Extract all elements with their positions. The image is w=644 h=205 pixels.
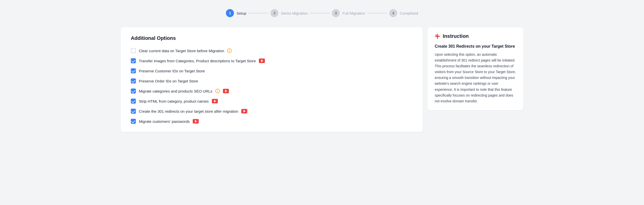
options-panel: Additional Options Clear current data on… bbox=[121, 27, 423, 132]
step-connector-2 bbox=[310, 13, 330, 13]
checkbox-passwords[interactable] bbox=[131, 119, 136, 124]
checkbox-strip-html[interactable] bbox=[131, 99, 136, 104]
step-3-circle: 3 bbox=[332, 9, 340, 17]
step-4[interactable]: 4 Completed bbox=[389, 9, 418, 17]
list-item: Preserve Customer IDs on Target Store bbox=[131, 68, 413, 73]
step-1-circle: 1 bbox=[226, 9, 234, 17]
list-item: Migrate categories and products SEO URLs… bbox=[131, 89, 413, 94]
option-label-passwords: Migrate customers' passwords bbox=[139, 119, 190, 124]
video-icon-images[interactable] bbox=[259, 58, 265, 63]
option-label-images: Transfer images from Categories, Product… bbox=[139, 59, 256, 63]
step-1[interactable]: 1 Setup bbox=[226, 9, 246, 17]
svg-rect-2 bbox=[436, 35, 437, 36]
info-icon-seo[interactable]: i bbox=[215, 89, 220, 93]
checkbox-customer-ids[interactable] bbox=[131, 68, 136, 73]
step-4-circle: 4 bbox=[389, 9, 397, 17]
checkbox-redirects[interactable] bbox=[131, 109, 136, 114]
instruction-card: Instruction Create 301 Redirects on your… bbox=[428, 27, 523, 110]
option-label-clear: Clear current data on Target Store befor… bbox=[139, 49, 224, 53]
checkbox-seo[interactable] bbox=[131, 89, 136, 94]
checkbox-order-ids[interactable] bbox=[131, 78, 136, 83]
options-list: Clear current data on Target Store befor… bbox=[131, 48, 413, 124]
option-label-strip-html: Strip HTML from category, product names bbox=[139, 99, 209, 103]
options-title: Additional Options bbox=[131, 35, 413, 41]
list-item: Clear current data on Target Store befor… bbox=[131, 48, 413, 53]
step-2-circle: 2 bbox=[270, 9, 278, 17]
instruction-subtitle: Create 301 Redirects on your Target Stor… bbox=[435, 44, 516, 49]
instruction-icon bbox=[435, 34, 440, 39]
step-4-label: Completed bbox=[400, 11, 418, 15]
step-3-label: Full Migration bbox=[342, 11, 365, 15]
video-icon-redirects[interactable] bbox=[241, 109, 247, 113]
option-label-order-ids: Preserve Order IDs on Target Store bbox=[139, 79, 198, 83]
list-item: Create the 301 redirects on your target … bbox=[131, 109, 413, 114]
instruction-header: Instruction bbox=[435, 33, 516, 39]
instruction-panel: Instruction Create 301 Redirects on your… bbox=[428, 27, 523, 132]
step-1-label: Setup bbox=[236, 11, 246, 15]
option-label-seo: Migrate categories and products SEO URLs bbox=[139, 89, 212, 93]
list-item: Preserve Order IDs on Target Store bbox=[131, 78, 413, 83]
step-2[interactable]: 2 Demo Migration bbox=[270, 9, 308, 17]
checkbox-clear[interactable] bbox=[131, 48, 136, 53]
list-item: Strip HTML from category, product names bbox=[131, 99, 413, 104]
instruction-title: Instruction bbox=[443, 33, 469, 39]
step-2-label: Demo Migration bbox=[281, 11, 308, 15]
instruction-body: Upon selecting this option, an automatic… bbox=[435, 52, 516, 104]
step-connector-3 bbox=[367, 13, 387, 13]
video-icon-seo[interactable] bbox=[223, 89, 229, 93]
checkbox-images[interactable] bbox=[131, 58, 136, 63]
option-label-redirects: Create the 301 redirects on your target … bbox=[139, 109, 238, 113]
step-3[interactable]: 3 Full Migration bbox=[332, 9, 365, 17]
list-item: Migrate customers' passwords bbox=[131, 119, 413, 124]
info-icon-clear[interactable]: i bbox=[227, 48, 232, 53]
list-item: Transfer images from Categories, Product… bbox=[131, 58, 413, 63]
svg-rect-1 bbox=[435, 36, 440, 37]
video-icon-passwords[interactable] bbox=[193, 119, 199, 124]
main-layout: Additional Options Clear current data on… bbox=[121, 27, 523, 132]
option-label-customer-ids: Preserve Customer IDs on Target Store bbox=[139, 69, 205, 73]
video-icon-strip-html[interactable] bbox=[212, 99, 218, 103]
step-connector-1 bbox=[248, 13, 268, 13]
stepper: 1 Setup 2 Demo Migration 3 Full Migratio… bbox=[5, 5, 639, 21]
